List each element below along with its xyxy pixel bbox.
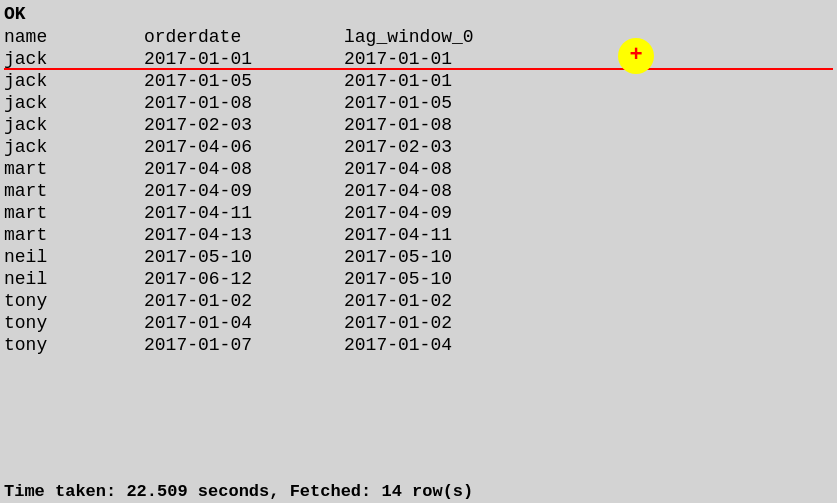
header-orderdate: orderdate: [144, 27, 344, 47]
results-table: name orderdate lag_window_0 jack2017-01-…: [4, 26, 833, 356]
cell-lagwindow: 2017-01-05: [344, 93, 544, 113]
status-line: Time taken: 22.509 seconds, Fetched: 14 …: [0, 480, 837, 503]
cell-name: jack: [4, 71, 144, 91]
cell-lagwindow: 2017-04-11: [344, 225, 544, 245]
table-row: jack2017-02-032017-01-08: [4, 114, 833, 136]
cell-name: jack: [4, 49, 144, 69]
cell-name: jack: [4, 137, 144, 157]
cell-name: jack: [4, 115, 144, 135]
cell-lagwindow: 2017-04-08: [344, 159, 544, 179]
cell-orderdate: 2017-01-04: [144, 313, 344, 333]
cell-orderdate: 2017-01-07: [144, 335, 344, 355]
cursor-indicator: +: [618, 38, 654, 74]
cursor-plus-icon: +: [629, 45, 642, 67]
cell-lagwindow: 2017-04-08: [344, 181, 544, 201]
cell-name: jack: [4, 93, 144, 113]
cell-orderdate: 2017-04-09: [144, 181, 344, 201]
cell-orderdate: 2017-05-10: [144, 247, 344, 267]
cell-name: tony: [4, 313, 144, 333]
cell-lagwindow: 2017-05-10: [344, 269, 544, 289]
cell-orderdate: 2017-01-01: [144, 49, 344, 69]
table-row: tony2017-01-042017-01-02: [4, 312, 833, 334]
cell-orderdate: 2017-02-03: [144, 115, 344, 135]
header-name: name: [4, 27, 144, 47]
cell-name: mart: [4, 159, 144, 179]
cell-name: tony: [4, 291, 144, 311]
cell-lagwindow: 2017-01-01: [344, 71, 544, 91]
cell-lagwindow: 2017-01-02: [344, 291, 544, 311]
cell-lagwindow: 2017-01-04: [344, 335, 544, 355]
table-row: jack2017-04-062017-02-03: [4, 136, 833, 158]
table-row: neil2017-06-122017-05-10: [4, 268, 833, 290]
table-row: mart2017-04-092017-04-08: [4, 180, 833, 202]
table-header: name orderdate lag_window_0: [4, 26, 833, 48]
table-row: jack2017-01-082017-01-05: [4, 92, 833, 114]
main-content: OK name orderdate lag_window_0 jack2017-…: [0, 0, 837, 358]
cell-lagwindow: 2017-02-03: [344, 137, 544, 157]
cell-lagwindow: 2017-04-09: [344, 203, 544, 223]
table-row: jack2017-01-012017-01-01: [4, 48, 833, 70]
cell-orderdate: 2017-06-12: [144, 269, 344, 289]
cell-orderdate: 2017-04-11: [144, 203, 344, 223]
cell-lagwindow: 2017-01-01: [344, 49, 544, 69]
cell-orderdate: 2017-04-06: [144, 137, 344, 157]
cell-name: mart: [4, 203, 144, 223]
ok-label: OK: [4, 2, 833, 26]
table-row: neil2017-05-102017-05-10: [4, 246, 833, 268]
table-body: jack2017-01-012017-01-01jack2017-01-0520…: [4, 48, 833, 356]
cell-name: tony: [4, 335, 144, 355]
cell-name: neil: [4, 269, 144, 289]
table-row: mart2017-04-112017-04-09: [4, 202, 833, 224]
cell-orderdate: 2017-01-02: [144, 291, 344, 311]
table-row: mart2017-04-082017-04-08: [4, 158, 833, 180]
cell-name: mart: [4, 225, 144, 245]
cell-orderdate: 2017-04-13: [144, 225, 344, 245]
table-row: tony2017-01-072017-01-04: [4, 334, 833, 356]
cell-lagwindow: 2017-01-02: [344, 313, 544, 333]
cell-name: neil: [4, 247, 144, 267]
cell-name: mart: [4, 181, 144, 201]
cell-orderdate: 2017-01-05: [144, 71, 344, 91]
table-row: jack2017-01-052017-01-01: [4, 70, 833, 92]
table-row: mart2017-04-132017-04-11: [4, 224, 833, 246]
cell-lagwindow: 2017-05-10: [344, 247, 544, 267]
table-row: tony2017-01-022017-01-02: [4, 290, 833, 312]
header-lagwindow: lag_window_0: [344, 27, 544, 47]
cell-orderdate: 2017-04-08: [144, 159, 344, 179]
cell-lagwindow: 2017-01-08: [344, 115, 544, 135]
cell-orderdate: 2017-01-08: [144, 93, 344, 113]
